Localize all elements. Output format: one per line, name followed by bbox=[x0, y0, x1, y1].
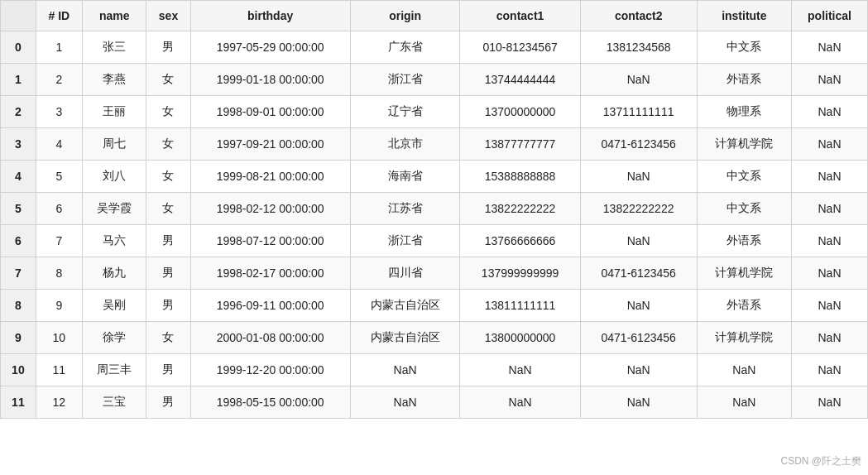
cell-id: 6 bbox=[36, 193, 82, 225]
cell-name: 吴刚 bbox=[82, 290, 146, 322]
cell-birthday: 1998-07-12 00:00:00 bbox=[190, 225, 350, 257]
col-header-contact2: contact2 bbox=[580, 1, 697, 31]
cell-birthday: 1998-02-17 00:00:00 bbox=[190, 257, 350, 290]
cell-contact2: NaN bbox=[580, 290, 697, 322]
cell-contact1: 13822222222 bbox=[460, 193, 580, 225]
table-row: 23王丽女1998-09-01 00:00:00辽宁省1370000000013… bbox=[1, 96, 868, 128]
cell-name: 吴学霞 bbox=[82, 193, 146, 225]
cell-id: 3 bbox=[36, 96, 82, 128]
cell-political: NaN bbox=[792, 161, 868, 193]
cell-name: 周七 bbox=[82, 128, 146, 161]
table-header-row: # ID name sex birthday origin contact1 c… bbox=[1, 1, 868, 31]
cell-origin: 四川省 bbox=[350, 257, 460, 290]
cell-institute: 外语系 bbox=[697, 225, 791, 257]
cell-id: 9 bbox=[36, 290, 82, 322]
cell-contact1: 13766666666 bbox=[460, 225, 580, 257]
cell-id: 1 bbox=[36, 31, 82, 64]
cell-index: 0 bbox=[1, 31, 36, 64]
cell-sex: 女 bbox=[146, 96, 190, 128]
cell-birthday: 1997-09-21 00:00:00 bbox=[190, 128, 350, 161]
table-container: # ID name sex birthday origin contact1 c… bbox=[0, 0, 868, 419]
cell-contact2: 0471-6123456 bbox=[580, 257, 697, 290]
cell-contact2: 1381234568 bbox=[580, 31, 697, 64]
cell-political: NaN bbox=[792, 193, 868, 225]
cell-institute: 中文系 bbox=[697, 161, 791, 193]
cell-contact2: NaN bbox=[580, 354, 697, 386]
cell-political: NaN bbox=[792, 225, 868, 257]
cell-origin: 北京市 bbox=[350, 128, 460, 161]
data-table: # ID name sex birthday origin contact1 c… bbox=[0, 0, 868, 419]
cell-contact2: NaN bbox=[580, 225, 697, 257]
cell-institute: 外语系 bbox=[697, 64, 791, 96]
cell-index: 5 bbox=[1, 193, 36, 225]
cell-contact2: 0471-6123456 bbox=[580, 322, 697, 354]
table-row: 56吴学霞女1998-02-12 00:00:00江苏省138222222221… bbox=[1, 193, 868, 225]
cell-sex: 男 bbox=[146, 225, 190, 257]
cell-name: 张三 bbox=[82, 31, 146, 64]
cell-name: 王丽 bbox=[82, 96, 146, 128]
cell-origin: 浙江省 bbox=[350, 64, 460, 96]
cell-birthday: 2000-01-08 00:00:00 bbox=[190, 322, 350, 354]
table-row: 910徐学女2000-01-08 00:00:00内蒙古自治区138000000… bbox=[1, 322, 868, 354]
cell-contact1: 13800000000 bbox=[460, 322, 580, 354]
cell-contact2: NaN bbox=[580, 386, 697, 419]
cell-origin: NaN bbox=[350, 354, 460, 386]
cell-contact1: 13877777777 bbox=[460, 128, 580, 161]
cell-institute: 计算机学院 bbox=[697, 128, 791, 161]
cell-political: NaN bbox=[792, 96, 868, 128]
cell-name: 周三丰 bbox=[82, 354, 146, 386]
col-header-id: # ID bbox=[36, 1, 82, 31]
cell-contact1: 13811111111 bbox=[460, 290, 580, 322]
table-row: 89吴刚男1996-09-11 00:00:00内蒙古自治区1381111111… bbox=[1, 290, 868, 322]
cell-origin: NaN bbox=[350, 386, 460, 419]
cell-name: 马六 bbox=[82, 225, 146, 257]
col-header-sex: sex bbox=[146, 1, 190, 31]
cell-id: 8 bbox=[36, 257, 82, 290]
cell-contact1: 15388888888 bbox=[460, 161, 580, 193]
table-row: 67马六男1998-07-12 00:00:00浙江省13766666666Na… bbox=[1, 225, 868, 257]
cell-contact1: NaN bbox=[460, 354, 580, 386]
cell-origin: 辽宁省 bbox=[350, 96, 460, 128]
cell-index: 6 bbox=[1, 225, 36, 257]
cell-contact1: 13700000000 bbox=[460, 96, 580, 128]
table-row: 01张三男1997-05-29 00:00:00广东省010-812345671… bbox=[1, 31, 868, 64]
cell-sex: 男 bbox=[146, 386, 190, 419]
cell-sex: 男 bbox=[146, 290, 190, 322]
table-row: 34周七女1997-09-21 00:00:00北京市1387777777704… bbox=[1, 128, 868, 161]
cell-birthday: 1998-05-15 00:00:00 bbox=[190, 386, 350, 419]
col-header-rownum bbox=[1, 1, 36, 31]
cell-sex: 女 bbox=[146, 322, 190, 354]
cell-id: 11 bbox=[36, 354, 82, 386]
cell-name: 徐学 bbox=[82, 322, 146, 354]
cell-origin: 广东省 bbox=[350, 31, 460, 64]
cell-id: 12 bbox=[36, 386, 82, 419]
cell-sex: 女 bbox=[146, 128, 190, 161]
cell-contact2: NaN bbox=[580, 161, 697, 193]
col-header-birthday: birthday bbox=[190, 1, 350, 31]
cell-birthday: 1999-01-18 00:00:00 bbox=[190, 64, 350, 96]
cell-political: NaN bbox=[792, 354, 868, 386]
cell-contact2: 13822222222 bbox=[580, 193, 697, 225]
cell-index: 1 bbox=[1, 64, 36, 96]
cell-political: NaN bbox=[792, 128, 868, 161]
cell-index: 4 bbox=[1, 161, 36, 193]
cell-contact1: 13744444444 bbox=[460, 64, 580, 96]
cell-origin: 江苏省 bbox=[350, 193, 460, 225]
cell-index: 2 bbox=[1, 96, 36, 128]
cell-institute: 中文系 bbox=[697, 31, 791, 64]
cell-name: 三宝 bbox=[82, 386, 146, 419]
table-row: 45刘八女1999-08-21 00:00:00海南省15388888888Na… bbox=[1, 161, 868, 193]
cell-id: 7 bbox=[36, 225, 82, 257]
cell-institute: 外语系 bbox=[697, 290, 791, 322]
cell-political: NaN bbox=[792, 386, 868, 419]
cell-index: 7 bbox=[1, 257, 36, 290]
cell-birthday: 1997-05-29 00:00:00 bbox=[190, 31, 350, 64]
col-header-institute: institute bbox=[697, 1, 791, 31]
cell-political: NaN bbox=[792, 290, 868, 322]
cell-institute: 计算机学院 bbox=[697, 322, 791, 354]
cell-name: 刘八 bbox=[82, 161, 146, 193]
cell-name: 李燕 bbox=[82, 64, 146, 96]
cell-id: 10 bbox=[36, 322, 82, 354]
cell-contact1: 010-81234567 bbox=[460, 31, 580, 64]
cell-sex: 男 bbox=[146, 257, 190, 290]
